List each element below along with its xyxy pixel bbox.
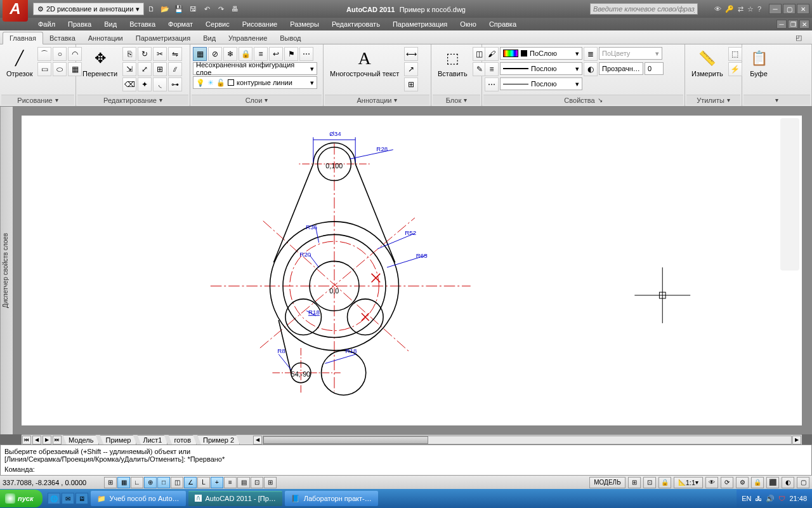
panel-properties-title[interactable]: Свойства ↘ — [483, 95, 683, 105]
taskbar-item-2[interactable]: 🅰AutoCAD 2011 - [Пр… — [188, 491, 282, 506]
menu-format[interactable]: Формат — [162, 18, 199, 30]
ann-vis-icon[interactable]: 👁 — [705, 477, 718, 488]
select-all-icon[interactable]: ⬚ — [728, 47, 742, 61]
mirror-icon[interactable]: ⇋ — [168, 47, 182, 61]
app-logo-icon[interactable]: A — [3, 0, 28, 22]
ortho-icon[interactable]: ∟ — [131, 477, 143, 488]
layer-match-icon[interactable]: ≡ — [254, 47, 268, 61]
dim-linear-icon[interactable]: ⟷ — [404, 47, 418, 61]
tray-shield-icon[interactable]: 🛡 — [778, 495, 785, 502]
panel-annotation-title[interactable]: Аннотации▾ — [325, 95, 429, 105]
transparency-input[interactable]: 0 — [645, 62, 664, 75]
print-icon[interactable]: 🖶 — [229, 3, 240, 15]
menu-help[interactable]: Справка — [483, 18, 523, 30]
help-icon[interactable]: ? — [757, 5, 761, 13]
binoculars-icon[interactable]: 👁 — [714, 5, 721, 13]
quick-launch-3[interactable]: 🖥 — [75, 493, 88, 504]
move-button[interactable]: ✥Перенести — [79, 47, 121, 79]
polar-icon[interactable]: ⊕ — [144, 477, 157, 488]
layout-tab-3[interactable]: готов — [168, 435, 197, 445]
hscroll-right-icon[interactable]: ▶ — [792, 436, 801, 444]
quickview-drawings-icon[interactable]: ⊡ — [643, 477, 656, 488]
panel-clipboard-title[interactable]: ▾ — [743, 95, 810, 105]
linetype-icon[interactable]: ⋯ — [485, 77, 499, 91]
menu-insert[interactable]: Вставка — [123, 18, 162, 30]
help-search-input[interactable] — [590, 3, 698, 15]
plot-style-dropdown[interactable]: ПоЦвету▾ — [599, 47, 662, 60]
panel-modify-title[interactable]: Редактирование▾ — [77, 95, 188, 105]
quick-launch-2[interactable]: ✉ — [62, 493, 74, 504]
match-props-icon[interactable]: 🖌 — [485, 47, 499, 61]
copy-icon[interactable]: ⎘ — [122, 47, 136, 61]
menu-modify[interactable]: Редактировать — [325, 18, 386, 30]
doc-minimize-button[interactable]: ─ — [776, 20, 787, 29]
menu-parametric[interactable]: Параметризация — [386, 18, 454, 30]
doc-close-button[interactable]: ✕ — [799, 20, 809, 29]
tab-annotate[interactable]: Аннотации — [82, 32, 129, 44]
quick-select-icon[interactable]: ⚡ — [728, 62, 742, 76]
tab-manage[interactable]: Управление — [222, 32, 273, 44]
coordinates-display[interactable]: 337.7088, -8.2364 , 0.0000 — [3, 479, 98, 486]
layer-more-icon[interactable]: ⋯ — [299, 47, 313, 61]
layer-lock-icon[interactable]: 🔒 — [239, 47, 252, 61]
scale-icon[interactable]: ⤢ — [138, 62, 152, 76]
workspace-switch-icon[interactable]: ⚙ — [736, 477, 749, 488]
line-button[interactable]: ╱Отрезок — [3, 47, 36, 79]
menu-file[interactable]: Файл — [32, 18, 62, 30]
tab-view[interactable]: Вид — [197, 32, 222, 44]
qp-icon[interactable]: ⊡ — [251, 477, 263, 488]
join-icon[interactable]: ⊶ — [168, 77, 182, 91]
measure-button[interactable]: 📏Измерить — [688, 47, 727, 79]
tab-parametric[interactable]: Параметризация — [129, 32, 197, 44]
quick-launch-1[interactable]: 🌐 — [48, 493, 60, 504]
taskbar-item-3[interactable]: 📘Лабораторн практ-… — [285, 491, 378, 506]
doc-restore-button[interactable]: ❐ — [788, 20, 798, 29]
star-icon[interactable]: ☆ — [747, 5, 754, 13]
isolate-icon[interactable]: ◐ — [782, 477, 794, 488]
linetype-dropdown[interactable]: Послою▾ — [500, 77, 582, 90]
osnap3d-icon[interactable]: ◫ — [171, 477, 183, 488]
tab-output[interactable]: Вывод — [273, 32, 307, 44]
layer-freeze-icon[interactable]: ❄ — [223, 47, 237, 61]
trim-icon[interactable]: ✂ — [153, 47, 167, 61]
panel-utilities-title[interactable]: Утилиты▾ — [686, 95, 740, 105]
annotation-scale-dropdown[interactable]: 📐1:1▾ — [674, 477, 703, 488]
paste-button[interactable]: 📋Буфе — [745, 47, 773, 79]
offset-icon[interactable]: ⫽ — [168, 62, 182, 76]
lineweight-icon[interactable]: ≡ — [485, 62, 499, 76]
menu-view[interactable]: Вид — [98, 18, 123, 30]
menu-window[interactable]: Окно — [454, 18, 483, 30]
fillet-icon[interactable]: ◟ — [153, 77, 167, 91]
drawing-canvas[interactable]: Ø34 R28 R52 R65 R36 R20 R18 R18 R8 0,100… — [13, 107, 812, 434]
hscrollbar[interactable] — [263, 436, 792, 444]
erase-icon[interactable]: ⌫ — [122, 77, 136, 91]
tray-volume-icon[interactable]: 🔊 — [766, 495, 775, 503]
clock[interactable]: 21:48 — [789, 495, 807, 502]
undo-icon[interactable]: ↶ — [201, 3, 213, 15]
table-icon[interactable]: ⊞ — [404, 77, 418, 91]
mtext-button[interactable]: AМногострочный текст — [326, 47, 403, 79]
layer-off-icon[interactable]: ⊘ — [208, 47, 222, 61]
clean-screen-icon[interactable]: ▢ — [797, 477, 809, 488]
tpy-icon[interactable]: ▤ — [237, 477, 250, 488]
start-button[interactable]: пуск — [0, 490, 43, 507]
snap-mode-icon[interactable]: ⊞ — [104, 477, 117, 488]
dyn-icon[interactable]: + — [211, 477, 223, 488]
save-icon[interactable]: 💾 — [173, 3, 185, 15]
layout-tab-1[interactable]: Пример — [100, 435, 136, 445]
sc-icon[interactable]: ⊞ — [264, 477, 277, 488]
array-icon[interactable]: ⊞ — [153, 62, 167, 76]
open-icon[interactable]: 📂 — [159, 3, 171, 15]
panel-layers-title[interactable]: Слои▾ — [192, 95, 322, 105]
transparency-icon[interactable]: ◐ — [584, 62, 598, 76]
layout-tab-2[interactable]: Лист1 — [137, 435, 167, 445]
taskbar-item-1[interactable]: 📁Учеб пособ по Auto… — [91, 491, 186, 506]
hardware-accel-icon[interactable]: ⬛ — [766, 477, 779, 488]
rotate-icon[interactable]: ↻ — [138, 47, 152, 61]
panel-block-title[interactable]: Блок▾ — [433, 95, 480, 105]
color-dropdown[interactable]: ПоСлою▾ — [500, 47, 582, 60]
insert-button[interactable]: ⬚Вставить — [434, 47, 471, 79]
exchange-icon[interactable]: ⇄ — [738, 5, 743, 13]
layer-prev-icon[interactable]: ↩ — [269, 47, 283, 61]
menu-dimension[interactable]: Размеры — [284, 18, 325, 30]
